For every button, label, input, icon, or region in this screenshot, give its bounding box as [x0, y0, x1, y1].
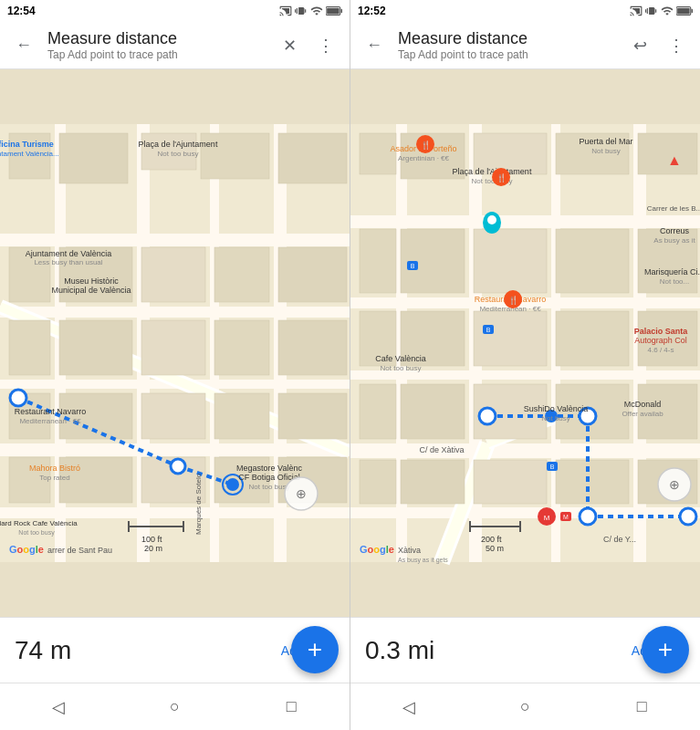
status-bar-right: 12:52 [350, 0, 700, 22]
svg-text:Marqués de Sotelo: Marqués de Sotelo [194, 473, 203, 535]
toolbar-title-left: Measure distance [47, 29, 266, 49]
right-screen: 12:52 ← Measure distance Tap Add point t… [350, 0, 700, 730]
map-left[interactable]: 100 ft 20 m Google arrer de Sant Pau Ofi… [0, 69, 350, 617]
svg-point-156 [658, 468, 691, 501]
svg-rect-78 [350, 297, 700, 308]
svg-rect-18 [201, 133, 269, 179]
svg-rect-125 [519, 521, 521, 532]
svg-rect-170 [547, 462, 558, 471]
svg-rect-20 [9, 247, 50, 302]
undo-button-right[interactable]: ↩ [623, 29, 656, 62]
svg-rect-17 [141, 133, 196, 170]
svg-rect-91 [401, 133, 465, 179]
svg-rect-85 [633, 124, 646, 562]
bottom-bar-right: 0.3 mi Add point + [350, 617, 700, 683]
svg-rect-38 [214, 457, 269, 503]
svg-text:Not busy: Not busy [591, 147, 621, 155]
svg-text:Not busy: Not busy [541, 414, 570, 422]
svg-point-119 [580, 408, 596, 424]
svg-rect-113 [556, 460, 629, 504]
fab-left[interactable]: + [291, 626, 339, 673]
left-screen: 12:54 ← Measure distance Tap Add point t… [0, 0, 350, 730]
nav-recents-left[interactable]: □ [271, 687, 311, 727]
svg-text:Plaça de l'Ajuntament: Plaça de l'Ajuntament [139, 140, 218, 149]
svg-point-172 [538, 507, 556, 526]
svg-text:Not too...: Not too... [660, 277, 689, 286]
svg-rect-32 [141, 393, 205, 439]
svg-point-118 [479, 408, 496, 424]
svg-rect-30 [9, 393, 50, 439]
svg-text:Plaça de l'Ajuntament: Plaça de l'Ajuntament [453, 167, 532, 176]
status-icons-left [279, 5, 342, 17]
nav-back-left[interactable]: ◁ [38, 687, 78, 727]
svg-text:Puerta del Mar: Puerta del Mar [579, 137, 632, 146]
fab-right[interactable]: + [642, 626, 689, 673]
svg-rect-22 [141, 247, 205, 302]
svg-text:B: B [550, 464, 555, 470]
status-bar-left: 12:54 [0, 0, 350, 22]
svg-rect-97 [474, 229, 547, 293]
back-button-left[interactable]: ← [7, 29, 40, 62]
svg-rect-100 [360, 311, 396, 366]
nav-home-left[interactable]: ○ [154, 687, 194, 727]
svg-rect-4 [0, 234, 350, 246]
svg-point-162 [504, 290, 522, 308]
svg-text:Mahora Bistró: Mahora Bistró [29, 464, 80, 473]
more-button-right[interactable]: ⋮ [660, 29, 693, 62]
svg-point-165 [487, 215, 496, 224]
svg-text:🍴: 🍴 [508, 295, 519, 306]
svg-text:Xàtiva: Xàtiva [398, 546, 421, 555]
back-button-right[interactable]: ← [358, 29, 391, 62]
svg-text:Less busy than usual: Less busy than usual [34, 258, 102, 266]
svg-text:Megastore Valènc: Megastore Valènc [236, 464, 302, 473]
cast-icon [279, 5, 292, 17]
svg-rect-10 [137, 124, 150, 562]
toolbar-subtitle-right: Tap Add point to trace path [398, 48, 616, 61]
svg-point-160 [492, 168, 510, 186]
svg-rect-31 [59, 393, 132, 439]
svg-line-41 [178, 466, 233, 485]
svg-rect-6 [0, 380, 350, 389]
svg-line-13 [0, 307, 350, 453]
svg-text:Restaurant Navarro: Restaurant Navarro [475, 295, 547, 304]
svg-text:Autograph Col: Autograph Col [634, 336, 687, 345]
nav-back-right[interactable]: ◁ [389, 687, 429, 727]
svg-point-44 [226, 478, 239, 491]
svg-rect-37 [141, 457, 205, 503]
svg-rect-2 [327, 8, 340, 15]
svg-rect-92 [474, 133, 547, 174]
svg-rect-23 [214, 247, 269, 302]
close-button-left[interactable]: ✕ [273, 29, 306, 62]
svg-text:M: M [544, 514, 550, 522]
svg-rect-35 [9, 457, 50, 503]
svg-rect-98 [556, 229, 629, 293]
distance-area-right: 0.3 mi [365, 636, 434, 665]
svg-rect-106 [401, 384, 465, 439]
svg-rect-123 [469, 526, 519, 527]
svg-point-42 [10, 390, 26, 406]
vibrate-icon [295, 5, 308, 17]
svg-text:Marisquería Ci...: Marisquería Ci... [644, 267, 700, 276]
svg-text:Google: Google [9, 544, 44, 555]
cast-icon-right [630, 5, 643, 17]
svg-rect-46 [128, 526, 183, 527]
svg-rect-81 [350, 507, 700, 518]
status-time-right: 12:52 [358, 5, 386, 17]
toolbar-left: ← Measure distance Tap Add point to trac… [0, 22, 350, 69]
svg-rect-3 [0, 124, 350, 562]
svg-line-89 [487, 398, 606, 443]
svg-text:Mediterranean · €€: Mediterranean · €€ [479, 305, 541, 313]
svg-rect-79 [350, 370, 700, 380]
svg-rect-174 [560, 512, 571, 521]
svg-point-43 [171, 459, 185, 474]
svg-text:Not too busy: Not too busy [18, 529, 55, 537]
map-right[interactable]: 200 ft 50 m Google Xàtiva As busy as it … [350, 69, 700, 617]
svg-line-86 [442, 443, 487, 562]
svg-rect-112 [474, 460, 547, 504]
nav-recents-right[interactable]: □ [622, 687, 662, 727]
svg-rect-74 [692, 9, 694, 14]
svg-text:Museu Històric: Museu Històric [64, 276, 119, 286]
nav-home-right[interactable]: ○ [505, 687, 545, 727]
distance-value-left: 74 m [15, 636, 71, 665]
more-button-left[interactable]: ⋮ [309, 29, 342, 62]
